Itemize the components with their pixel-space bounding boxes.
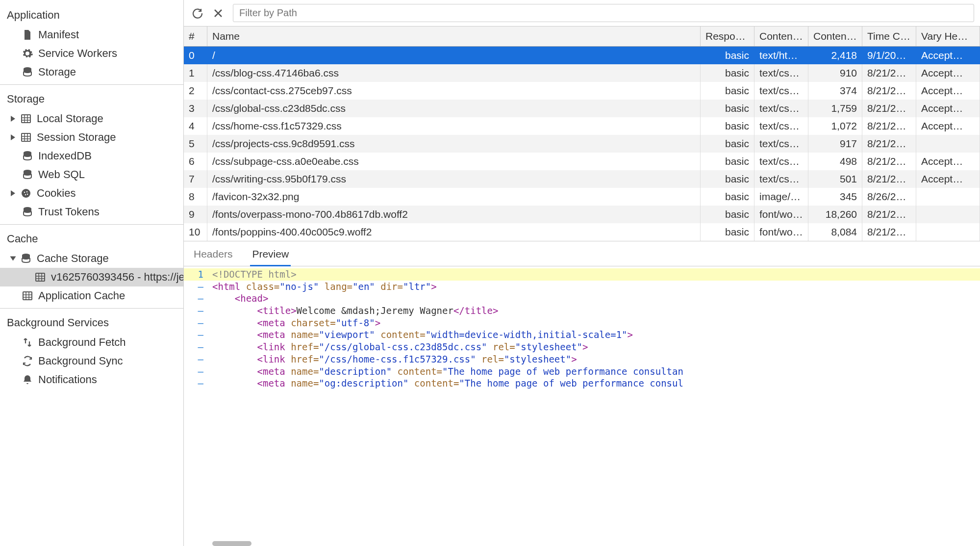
line-number: – (184, 317, 210, 329)
line-number: – (184, 377, 210, 390)
code-line[interactable]: – <meta charset="utf-8"> (184, 317, 980, 329)
table-row[interactable]: 6/css/subpage-css.a0e0eabe.cssbasictext/… (184, 153, 980, 170)
column-header[interactable]: Name (207, 26, 701, 46)
table-cell: Accept… (916, 64, 980, 82)
table-cell: 501 (808, 170, 862, 188)
sidebar-item[interactable]: Local Storage (0, 109, 183, 128)
code-line[interactable]: – <meta name="viewport" content="width=d… (184, 329, 980, 341)
table-cell: 8/26/2… (862, 188, 916, 206)
code-line[interactable]: – <meta name="og:description" content="T… (184, 377, 980, 390)
table-cell: 2,418 (808, 47, 862, 64)
table-cell: 498 (808, 153, 862, 170)
column-header[interactable]: # (184, 26, 207, 46)
table-cell: 8/21/2… (862, 135, 916, 153)
table-row[interactable]: 3/css/global-css.c23d85dc.cssbasictext/c… (184, 100, 980, 117)
table-cell: basic (701, 117, 754, 135)
cache-toolbar (184, 0, 980, 26)
table-cell: 1,759 (808, 100, 862, 117)
table-cell: Accept… (916, 82, 980, 100)
line-number: – (184, 353, 210, 365)
table-row[interactable]: 7/css/writing-css.95b0f179.cssbasictext/… (184, 170, 980, 188)
clear-button[interactable] (211, 6, 225, 20)
table-row[interactable]: 5/css/projects-css.9c8d9591.cssbasictext… (184, 135, 980, 153)
table-row[interactable]: 9/fonts/overpass-mono-700.4b8617db.woff2… (184, 206, 980, 223)
code-line[interactable]: 1<!DOCTYPE html> (184, 268, 980, 281)
table-cell: basic (701, 170, 754, 188)
table-cell: text/cs… (754, 117, 808, 135)
sidebar-item[interactable]: Trust Tokens (0, 203, 183, 221)
refresh-button[interactable] (190, 6, 203, 20)
svg-rect-13 (23, 292, 32, 300)
sidebar-item[interactable]: IndexedDB (0, 147, 183, 165)
tab-headers[interactable]: Headers (192, 246, 234, 266)
sidebar-item-label: Background Sync (38, 355, 123, 367)
code-line[interactable]: – <title>Welcome &mdash;Jeremy Wagner</t… (184, 305, 980, 317)
sidebar-item-label: Session Storage (37, 131, 116, 144)
table-cell: 8/21/2… (862, 82, 916, 100)
disclosure-triangle-icon[interactable] (11, 116, 15, 122)
table-row[interactable]: 8/favicon-32x32.pngbasicimage/…3458/26/2… (184, 188, 980, 206)
sidebar-item[interactable]: Cookies (0, 184, 183, 203)
sidebar-item-label: Trust Tokens (38, 206, 100, 218)
section-title: Storage (0, 88, 183, 109)
code-line[interactable]: –<html class="no-js" lang="en" dir="ltr"… (184, 281, 980, 293)
table-cell: font/wo… (754, 206, 808, 223)
tab-preview[interactable]: Preview (250, 246, 291, 266)
table-cell: basic (701, 223, 754, 241)
sidebar-item[interactable]: Manifest (0, 26, 183, 44)
sidebar-item[interactable]: Storage (0, 63, 183, 81)
table-cell: Accept… (916, 170, 980, 188)
db-icon (22, 66, 33, 78)
table-cell: 8/21/2… (862, 223, 916, 241)
horizontal-scrollbar[interactable] (212, 541, 251, 546)
sidebar-item[interactable]: Service Workers (0, 44, 183, 63)
sidebar-item[interactable]: Background Fetch (0, 333, 183, 352)
column-header[interactable]: Conten… (754, 26, 808, 46)
sidebar-item[interactable]: Notifications (0, 370, 183, 389)
disclosure-triangle-icon[interactable] (11, 190, 15, 196)
table-row[interactable]: 4/css/home-css.f1c57329.cssbasictext/cs…… (184, 117, 980, 135)
cookie-icon (20, 187, 32, 199)
table-row[interactable]: 10/fonts/poppins-400.40c005c9.woff2basic… (184, 223, 980, 241)
code-line[interactable]: – <link href="/css/home-css.f1c57329.css… (184, 353, 980, 365)
table-cell: text/cs… (754, 153, 808, 170)
table-row[interactable]: 1/css/blog-css.47146ba6.cssbasictext/cs…… (184, 64, 980, 82)
table-cell (916, 135, 980, 153)
table-cell: /fonts/overpass-mono-700.4b8617db.woff2 (207, 206, 701, 223)
filter-input[interactable] (239, 7, 968, 19)
svg-point-5 (22, 189, 30, 198)
grid-icon (22, 290, 33, 302)
db-icon (22, 206, 33, 218)
sidebar-item[interactable]: Application Cache (0, 286, 183, 305)
fetch-icon (22, 337, 33, 348)
table-cell: 9 (184, 206, 207, 223)
code-line[interactable]: – <meta name="description" content="The … (184, 365, 980, 378)
code-content: <meta charset="utf-8"> (210, 317, 380, 329)
disclosure-triangle-icon[interactable] (10, 257, 16, 261)
table-cell: text/cs… (754, 82, 808, 100)
sidebar-item-label: Storage (38, 66, 76, 78)
table-cell: /css/blog-css.47146ba6.css (207, 64, 701, 82)
code-content: <meta name="og:description" content="The… (210, 377, 683, 390)
table-cell: 8/21/2… (862, 100, 916, 117)
table-row[interactable]: 2/css/contact-css.275ceb97.cssbasictext/… (184, 82, 980, 100)
column-header[interactable]: Vary He… (916, 26, 980, 46)
sidebar-item[interactable]: v1625760393456 - https://je (0, 268, 183, 286)
sidebar-item[interactable]: Session Storage (0, 128, 183, 147)
code-content: <!DOCTYPE html> (210, 268, 297, 281)
table-cell: /css/projects-css.9c8d9591.css (207, 135, 701, 153)
code-content: <meta name="description" content="The ho… (210, 365, 683, 378)
code-line[interactable]: – <head> (184, 292, 980, 305)
sidebar-item[interactable]: Cache Storage (0, 249, 183, 268)
column-header[interactable]: Conten… (808, 26, 862, 46)
code-line[interactable]: – <link href="/css/global-css.c23d85dc.c… (184, 341, 980, 353)
column-header[interactable]: Time C… (862, 26, 916, 46)
disclosure-triangle-icon[interactable] (11, 134, 15, 140)
table-row[interactable]: 0/basictext/ht…2,4189/1/20…Accept… (184, 47, 980, 64)
table-cell: /css/global-css.c23d85dc.css (207, 100, 701, 117)
column-header[interactable]: Respo… (701, 26, 754, 46)
sidebar-item[interactable]: Web SQL (0, 165, 183, 184)
bell-icon (22, 374, 33, 386)
sidebar-item[interactable]: Background Sync (0, 352, 183, 370)
table-cell: / (207, 47, 701, 64)
